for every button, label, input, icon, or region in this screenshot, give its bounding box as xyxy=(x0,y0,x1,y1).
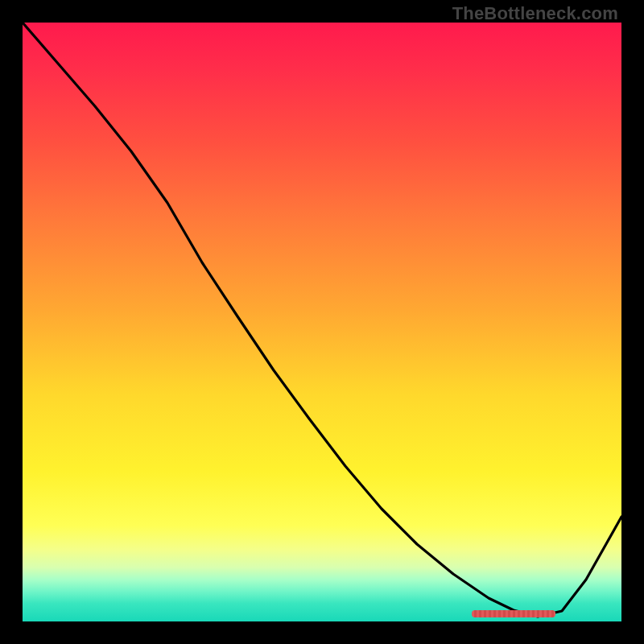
watermark-text: TheBottleneck.com xyxy=(452,3,618,24)
plot-area xyxy=(23,23,621,621)
chart-frame: TheBottleneck.com xyxy=(0,0,644,644)
bottleneck-curve-line xyxy=(23,23,621,617)
optimal-range-marker xyxy=(472,610,555,617)
curve-layer xyxy=(23,23,621,621)
